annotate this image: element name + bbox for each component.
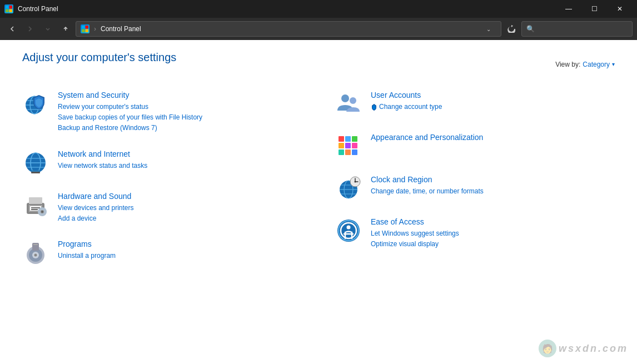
network-internet-title[interactable]: Network and Internet xyxy=(58,149,302,158)
maximize-button[interactable]: ☐ xyxy=(581,0,607,18)
svg-rect-23 xyxy=(29,197,42,204)
programs-link-1[interactable]: Uninstall a program xyxy=(58,251,302,261)
ease-of-access-icon xyxy=(335,217,362,244)
user-accounts-text: User Accounts Change account type xyxy=(371,91,615,112)
app-icon xyxy=(4,4,13,13)
ease-of-access-title[interactable]: Ease of Access xyxy=(371,217,615,226)
categories-grid: System and Security Review your computer… xyxy=(22,91,615,282)
address-text: Control Panel xyxy=(101,25,141,33)
appearance-icon xyxy=(335,133,362,159)
programs-text: Programs Uninstall a program xyxy=(58,240,302,261)
address-bar: › Control Panel ⌄ 🔍 xyxy=(0,18,637,40)
folder-icon xyxy=(81,24,89,33)
svg-rect-46 xyxy=(352,149,357,155)
system-security-title[interactable]: System and Security xyxy=(58,91,302,99)
ease-of-access-text: Ease of Access Let Windows suggest setti… xyxy=(371,217,615,250)
hardware-sound-title[interactable]: Hardware and Sound xyxy=(58,192,302,201)
svg-rect-6 xyxy=(82,29,85,33)
svg-point-37 xyxy=(350,97,356,104)
appearance-text: Appearance and Personalization xyxy=(371,133,615,144)
address-field[interactable]: › Control Panel ⌄ xyxy=(76,21,501,37)
system-security-link-3[interactable]: Backup and Restore (Windows 7) xyxy=(58,123,302,133)
close-button[interactable]: ✕ xyxy=(607,0,633,18)
svg-rect-45 xyxy=(345,149,351,155)
back-button[interactable] xyxy=(4,21,20,37)
window-controls: — ☐ ✕ xyxy=(556,0,633,18)
watermark: 🧑 wsxdn.com xyxy=(539,340,628,357)
svg-rect-20 xyxy=(31,172,40,173)
category-network-internet: Network and Internet View network status… xyxy=(22,149,302,176)
search-box[interactable]: 🔍 xyxy=(521,21,633,37)
svg-rect-42 xyxy=(345,143,351,148)
system-security-link-1[interactable]: Review your computer's status xyxy=(58,102,302,112)
clock-region-title[interactable]: Clock and Region xyxy=(371,175,615,184)
up-button[interactable] xyxy=(58,21,73,37)
svg-rect-43 xyxy=(352,143,357,148)
minimize-button[interactable]: — xyxy=(556,0,581,18)
ease-of-access-link-2[interactable]: Optimize visual display xyxy=(371,239,615,250)
view-by-arrow-icon[interactable]: ▾ xyxy=(612,61,615,67)
svg-rect-3 xyxy=(9,9,13,13)
right-column: User Accounts Change account type xyxy=(335,91,615,282)
title-bar-left: Control Panel xyxy=(4,4,58,13)
svg-rect-40 xyxy=(352,136,357,142)
left-column: System and Security Review your computer… xyxy=(22,91,302,282)
user-accounts-icon xyxy=(335,91,362,117)
network-internet-icon xyxy=(22,149,49,176)
hardware-sound-link-2[interactable]: Add a device xyxy=(58,213,302,224)
category-ease-of-access: Ease of Access Let Windows suggest setti… xyxy=(335,217,615,250)
svg-rect-25 xyxy=(31,207,40,208)
appearance-title[interactable]: Appearance and Personalization xyxy=(371,133,615,142)
category-programs: Programs Uninstall a program xyxy=(22,240,302,266)
network-internet-link-1[interactable]: View network status and tasks xyxy=(58,161,302,171)
svg-point-29 xyxy=(42,211,43,212)
category-appearance: Appearance and Personalization xyxy=(335,133,615,159)
svg-rect-5 xyxy=(86,26,89,29)
svg-rect-4 xyxy=(82,26,85,29)
recent-locations-button[interactable] xyxy=(40,21,56,37)
svg-rect-44 xyxy=(339,149,344,155)
svg-rect-35 xyxy=(33,244,38,245)
system-security-icon xyxy=(22,91,49,117)
system-security-text: System and Security Review your computer… xyxy=(58,91,302,134)
watermark-text: wsxdn.com xyxy=(559,343,628,355)
svg-rect-2 xyxy=(6,9,9,13)
svg-rect-26 xyxy=(31,209,38,210)
svg-rect-39 xyxy=(345,136,351,142)
user-accounts-link-1[interactable]: Change account type xyxy=(371,102,615,112)
programs-icon xyxy=(22,240,49,266)
user-accounts-title[interactable]: User Accounts xyxy=(371,91,615,99)
svg-point-55 xyxy=(355,181,356,183)
network-internet-text: Network and Internet View network status… xyxy=(58,149,302,171)
system-security-link-2[interactable]: Save backup copies of your files with Fi… xyxy=(58,112,302,123)
address-dropdown-button[interactable]: ⌄ xyxy=(481,21,496,37)
svg-rect-41 xyxy=(339,143,344,148)
category-system-security: System and Security Review your computer… xyxy=(22,91,302,134)
search-icon: 🔍 xyxy=(526,25,535,33)
svg-rect-19 xyxy=(33,168,38,171)
hardware-sound-icon xyxy=(22,192,49,218)
window-title: Control Panel xyxy=(18,5,58,13)
clock-region-text: Clock and Region Change date, time, or n… xyxy=(371,175,615,197)
clock-region-link-1[interactable]: Change date, time, or number formats xyxy=(371,186,615,197)
svg-rect-1 xyxy=(9,6,13,9)
view-by-value[interactable]: Category xyxy=(583,61,610,68)
svg-point-36 xyxy=(341,94,349,102)
category-clock-region: Clock and Region Change date, time, or n… xyxy=(335,175,615,202)
ease-of-access-link-1[interactable]: Let Windows suggest settings xyxy=(371,228,615,239)
main-content: Adjust your computer's settings View by:… xyxy=(0,40,637,364)
title-bar: Control Panel — ☐ ✕ xyxy=(0,0,637,18)
refresh-button[interactable] xyxy=(504,21,519,37)
page-title: Adjust your computer's settings xyxy=(22,51,176,64)
svg-rect-0 xyxy=(6,6,9,9)
change-account-type-link[interactable]: Change account type xyxy=(379,102,442,112)
programs-title[interactable]: Programs xyxy=(58,240,302,248)
forward-button[interactable] xyxy=(22,21,38,37)
svg-rect-38 xyxy=(339,136,344,142)
svg-point-58 xyxy=(347,226,351,230)
category-user-accounts: User Accounts Change account type xyxy=(335,91,615,117)
hardware-sound-link-1[interactable]: View devices and printers xyxy=(58,203,302,213)
category-hardware-sound: Hardware and Sound View devices and prin… xyxy=(22,192,302,224)
hardware-sound-text: Hardware and Sound View devices and prin… xyxy=(58,192,302,224)
clock-region-icon xyxy=(335,175,362,202)
